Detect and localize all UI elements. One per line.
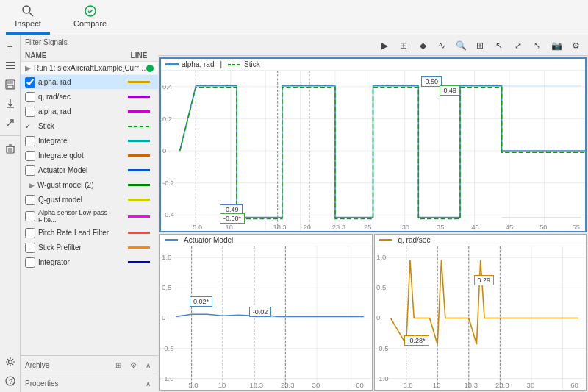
compare-label: Compare [74, 19, 107, 28]
signal-name-stick: Stick [38, 122, 124, 130]
svg-text:0: 0 [376, 314, 380, 322]
integrate-qdot-checkbox[interactable] [25, 151, 35, 161]
q-radsec-chart: q, rad/sec [374, 234, 587, 391]
signal-row-q-radsec[interactable]: q, rad/sec [21, 90, 158, 104]
help-button[interactable]: ? [2, 373, 18, 389]
run-label: Run 1: slexAircraftExample[Current...] [34, 64, 146, 72]
svg-line-1 [29, 13, 33, 16]
svg-text:30: 30 [526, 381, 534, 389]
svg-point-15 [8, 360, 12, 364]
line-swatch-q-radsec [128, 96, 150, 98]
layout-button[interactable]: ⊞ [395, 38, 412, 54]
archive-icon-2[interactable]: ⚙ [127, 359, 139, 371]
svg-text:10: 10 [432, 381, 440, 389]
tile-button[interactable]: ⊞ [472, 38, 488, 54]
line-swatch-stick-prefilter [128, 246, 150, 249]
archive-expand[interactable]: ∧ [142, 359, 154, 371]
wgust-arrow: ▶ [29, 182, 35, 189]
signal-button[interactable]: ∿ [434, 38, 450, 54]
signal-row-qgust[interactable]: Q-gust model [21, 193, 158, 207]
pitch-rate-checkbox[interactable] [25, 228, 35, 238]
svg-text:-0.4: -0.4 [162, 211, 174, 218]
signal-line-q-radsec [124, 96, 154, 98]
line-swatch-pitch-rate [128, 232, 150, 234]
svg-text:23.3: 23.3 [495, 381, 509, 389]
cursor-button[interactable]: ↖ [491, 38, 507, 54]
svg-text:20: 20 [304, 224, 311, 231]
snapshot-button[interactable]: 📷 [548, 38, 564, 54]
delete-button[interactable] [2, 140, 18, 157]
actuator-checkbox[interactable] [25, 165, 35, 176]
signal-row-alpha-sensor[interactable]: Alpha-sensor Low-pass Filte... [21, 207, 158, 226]
stick-line-swatch [128, 124, 150, 129]
bottom-charts-row: Actuator Model [159, 234, 587, 391]
qgust-checkbox[interactable] [25, 195, 35, 205]
pin-button[interactable]: ◆ [415, 38, 431, 54]
signal-row-actuator[interactable]: Actuator Model [21, 163, 158, 178]
main-chart-svg-area: 0.4 0.2 0 -0.2 -0.4 [161, 71, 585, 231]
signal-line-integrator [124, 261, 154, 263]
signal-row-pitch-rate[interactable]: Pitch Rate Lead Filter [21, 226, 158, 240]
signal-name-actuator: Actuator Model [38, 166, 124, 174]
alpha-rad-checkbox[interactable] [25, 77, 35, 88]
zoom-in-button[interactable]: 🔍 [453, 38, 469, 54]
svg-text:60: 60 [356, 381, 364, 389]
svg-text:0: 0 [162, 314, 165, 322]
fit-button[interactable]: ⤡ [529, 38, 545, 54]
line-swatch-integrate [128, 140, 150, 142]
archive-icon-1[interactable]: ⊞ [112, 359, 124, 371]
line-swatch-qgust [128, 199, 150, 201]
signal-line-alpha-rad2 [124, 110, 154, 113]
run-header[interactable]: ▶ Run 1: slexAircraftExample[Current...] [21, 62, 158, 75]
export-button[interactable] [2, 115, 18, 131]
svg-text:0.2: 0.2 [162, 115, 172, 123]
svg-text:5.0: 5.0 [193, 224, 202, 231]
signal-row-integrator[interactable]: Integrator [21, 255, 158, 270]
svg-rect-7 [7, 80, 13, 84]
stick-prefilter-checkbox[interactable] [25, 243, 35, 253]
compare-tab[interactable]: Compare [65, 0, 115, 35]
svg-text:0.5: 0.5 [376, 284, 386, 292]
expand-button[interactable]: ⤢ [510, 38, 526, 54]
actuator-chart-title: Actuator Model [160, 235, 372, 246]
save-button[interactable] [2, 76, 18, 93]
signal-name-integrate-qdot: Integrate qdot [38, 152, 124, 160]
svg-text:0: 0 [162, 147, 166, 154]
signal-row-alpha-rad2[interactable]: alpha, rad [21, 104, 158, 119]
svg-text:45: 45 [506, 224, 513, 231]
q-radsec-checkbox[interactable] [25, 92, 35, 102]
add-button[interactable]: + [2, 38, 18, 54]
svg-text:50: 50 [539, 224, 547, 231]
svg-text:55: 55 [572, 224, 579, 231]
signal-name-integrator: Integrator [38, 258, 124, 266]
q-title-line [379, 239, 392, 241]
alpha-rad2-checkbox[interactable] [25, 107, 35, 117]
list-button[interactable] [2, 57, 18, 74]
inspect-tab[interactable]: Inspect [6, 0, 50, 35]
alpha-sensor-checkbox[interactable] [25, 211, 35, 221]
settings-button[interactable] [2, 354, 18, 370]
properties-expand[interactable]: ∧ [142, 377, 154, 389]
signal-row-stick[interactable]: ✓ Stick [21, 119, 158, 134]
q-svg-area: 1.0 0.5 0 -0.5 -1.0 [375, 246, 587, 390]
signal-row-alpha-rad-selected[interactable]: alpha, rad [21, 75, 158, 90]
save-icon [5, 79, 15, 90]
inspect-label: Inspect [15, 19, 40, 28]
signal-row-wgust[interactable]: ▶ W-gust model (2) [21, 178, 158, 193]
download-button[interactable] [2, 96, 18, 112]
signal-name-alpha-sensor: Alpha-sensor Low-pass Filte... [38, 209, 124, 224]
signal-row-integrate-qdot[interactable]: Integrate qdot [21, 149, 158, 163]
svg-text:-1.0: -1.0 [376, 374, 388, 382]
integrate-checkbox[interactable] [25, 136, 35, 146]
line-swatch-integrate-qdot [128, 154, 150, 157]
options-button[interactable]: ⚙ [567, 38, 584, 54]
play-button[interactable]: ▶ [376, 38, 392, 54]
actuator-title-text: Actuator Model [184, 236, 233, 244]
signal-row-integrate[interactable]: Integrate [21, 134, 158, 149]
signal-row-stick-prefilter[interactable]: Stick Prefilter [21, 240, 158, 255]
main-chart-title-sep: | [220, 60, 222, 68]
integrator-checkbox[interactable] [25, 257, 35, 268]
signal-line-alpha-sensor [124, 215, 154, 218]
signal-name-q-radsec: q, rad/sec [38, 93, 124, 101]
signal-line-integrate [124, 140, 154, 142]
